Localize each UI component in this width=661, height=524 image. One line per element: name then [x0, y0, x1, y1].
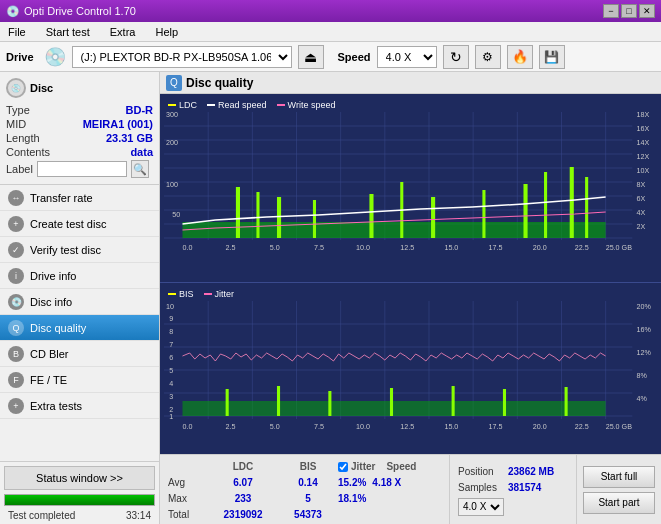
close-button[interactable]: ✕	[639, 4, 655, 18]
nav-create-test-disc[interactable]: + Create test disc	[0, 211, 159, 237]
svg-text:100: 100	[166, 181, 178, 189]
nav-disc-quality[interactable]: Q Disc quality	[0, 315, 159, 341]
disc-type-label: Type	[6, 104, 30, 116]
quality-icon: Q	[166, 75, 182, 91]
menu-start-test[interactable]: Start test	[42, 25, 94, 39]
maximize-button[interactable]: □	[621, 4, 637, 18]
disc-icon: 💿	[6, 78, 26, 98]
svg-text:2.5: 2.5	[226, 423, 236, 431]
svg-text:300: 300	[166, 112, 178, 119]
nav-extra-icon: +	[8, 398, 24, 414]
nav-cd-bler[interactable]: B CD Bler	[0, 341, 159, 367]
stats-max-row: Max 233 5 18.1%	[168, 491, 441, 507]
nav-verify-test-disc[interactable]: ✓ Verify test disc	[0, 237, 159, 263]
stats-header-row: LDC BIS Jitter Speed	[168, 459, 441, 475]
nav-fe-te[interactable]: F FE / TE	[0, 367, 159, 393]
legend-writespeed-dot	[277, 104, 285, 106]
nav-transfer-rate-icon: ↔	[8, 190, 24, 206]
svg-text:25.0 GB: 25.0 GB	[606, 423, 633, 431]
svg-text:7.5: 7.5	[314, 244, 324, 252]
drive-select[interactable]: (J:) PLEXTOR BD-R PX-LB950SA 1.06	[72, 46, 292, 68]
total-label: Total	[168, 507, 208, 523]
nav-items: ↔ Transfer rate + Create test disc ✓ Ver…	[0, 185, 159, 461]
svg-text:18X: 18X	[636, 112, 649, 119]
refresh-button[interactable]: ↻	[443, 45, 469, 69]
svg-text:10X: 10X	[636, 167, 649, 175]
svg-text:22.5: 22.5	[575, 423, 589, 431]
svg-text:16%: 16%	[636, 326, 651, 334]
svg-text:4X: 4X	[636, 209, 645, 217]
position-label: Position	[458, 464, 508, 480]
speed-select[interactable]: 4.0 X	[377, 46, 437, 68]
legend-bis-dot	[168, 293, 176, 295]
title-bar-title: 💿 Opti Drive Control 1.70	[6, 5, 136, 18]
chart1-container: LDC Read speed Write speed	[160, 94, 661, 282]
svg-text:25.0 GB: 25.0 GB	[606, 244, 633, 252]
status-window-button[interactable]: Status window >>	[4, 466, 155, 490]
nav-extra-tests[interactable]: + Extra tests	[0, 393, 159, 419]
svg-rect-100	[226, 389, 229, 416]
position-info: Position 23862 MB Samples 381574 4.0 X	[449, 455, 576, 524]
eject-button[interactable]: ⏏	[298, 45, 324, 69]
menu-file[interactable]: File	[4, 25, 30, 39]
menu-extra[interactable]: Extra	[106, 25, 140, 39]
disc-type-row: Type BD-R	[6, 104, 153, 116]
app-icon: 💿	[6, 5, 20, 18]
minimize-button[interactable]: −	[603, 4, 619, 18]
svg-text:10.0: 10.0	[356, 244, 370, 252]
svg-text:12.5: 12.5	[400, 244, 414, 252]
avg-label: Avg	[168, 475, 208, 491]
svg-text:3: 3	[169, 393, 173, 401]
svg-text:7.5: 7.5	[314, 423, 324, 431]
svg-text:12%: 12%	[636, 349, 651, 357]
svg-text:8: 8	[169, 328, 173, 336]
burn-button[interactable]: 🔥	[507, 45, 533, 69]
jitter-checkbox[interactable]	[338, 462, 348, 472]
svg-text:17.5: 17.5	[489, 423, 503, 431]
disc-type-value: BD-R	[126, 104, 154, 116]
nav-create-icon: +	[8, 216, 24, 232]
svg-rect-44	[182, 222, 605, 238]
quality-title: Disc quality	[186, 76, 253, 90]
svg-text:6: 6	[169, 354, 173, 362]
svg-rect-54	[544, 172, 547, 238]
right-panel: Q Disc quality LDC Read speed	[160, 72, 661, 524]
stats-total-row: Total 2319092 54373	[168, 507, 441, 523]
disc-label-input[interactable]	[37, 161, 127, 177]
speed-target-select[interactable]: 4.0 X	[458, 498, 504, 516]
svg-rect-53	[523, 184, 527, 238]
nav-verify-label: Verify test disc	[30, 244, 101, 256]
legend-readspeed-dot	[207, 104, 215, 106]
disc-header: 💿 Disc	[6, 78, 153, 98]
avg-jitter: 15.2%	[338, 475, 366, 491]
save-button[interactable]: 💾	[539, 45, 565, 69]
svg-text:8X: 8X	[636, 181, 645, 189]
svg-rect-55	[570, 167, 574, 238]
svg-text:4: 4	[169, 380, 173, 388]
nav-drive-info[interactable]: i Drive info	[0, 263, 159, 289]
nav-disc-info-icon: 💿	[8, 294, 24, 310]
start-part-button[interactable]: Start part	[583, 492, 655, 514]
disc-label-button[interactable]: 🔍	[131, 160, 149, 178]
drive-label: Drive	[6, 51, 34, 63]
svg-text:2.5: 2.5	[226, 244, 236, 252]
svg-text:20%: 20%	[636, 303, 651, 311]
nav-fe-te-label: FE / TE	[30, 374, 67, 386]
stats-jitter-header: Jitter	[351, 459, 375, 475]
status-area: Status window >> Test completed 33:14	[0, 461, 159, 524]
svg-text:0.0: 0.0	[182, 244, 192, 252]
svg-text:20.0: 20.0	[533, 244, 547, 252]
nav-transfer-rate[interactable]: ↔ Transfer rate	[0, 185, 159, 211]
disc-contents-value: data	[130, 146, 153, 158]
svg-rect-106	[565, 387, 568, 416]
legend-readspeed: Read speed	[207, 100, 267, 110]
nav-disc-info[interactable]: 💿 Disc info	[0, 289, 159, 315]
title-bar-controls: − □ ✕	[603, 4, 655, 18]
menu-help[interactable]: Help	[151, 25, 182, 39]
nav-disc-quality-label: Disc quality	[30, 322, 86, 334]
svg-rect-51	[431, 197, 435, 238]
settings-button[interactable]: ⚙	[475, 45, 501, 69]
max-jitter: 18.1%	[338, 491, 366, 507]
start-full-button[interactable]: Start full	[583, 466, 655, 488]
stats-bis-header: BIS	[278, 459, 338, 475]
